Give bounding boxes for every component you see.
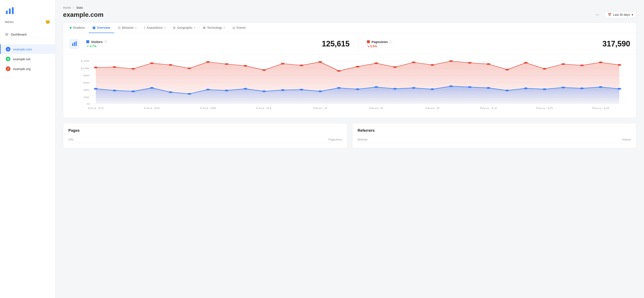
pageviews-change-value: 0.5%: [370, 44, 377, 48]
referrers-website-col: Website: [358, 138, 368, 141]
svg-text:Nov 12: Nov 12: [480, 107, 497, 109]
svg-text:12K: 12K: [80, 60, 90, 62]
svg-point-37: [393, 66, 397, 68]
svg-point-66: [374, 86, 378, 88]
logo: [0, 0, 55, 19]
sidebar-nav: ⊞ Dashboard: [0, 28, 55, 41]
svg-point-72: [486, 87, 490, 89]
svg-point-47: [580, 64, 584, 66]
pageviews-label: Pageviews: [372, 40, 388, 44]
svg-point-59: [244, 88, 247, 90]
svg-text:8K: 8K: [83, 74, 90, 77]
svg-point-57: [206, 89, 210, 90]
referrers-table-header: Website Visitors: [358, 136, 631, 143]
geographic-chevron: ▾: [194, 26, 195, 29]
svg-point-73: [505, 90, 509, 91]
svg-text:6K: 6K: [83, 81, 90, 84]
page-header-actions: ··· 📅 Last 30 days ▾: [594, 11, 636, 18]
svg-text:0: 0: [87, 103, 90, 105]
svg-point-22: [112, 66, 116, 68]
geographic-icon: ⊟: [173, 26, 176, 29]
svg-point-65: [356, 88, 360, 90]
svg-point-44: [524, 62, 528, 64]
pageviews-info-icon[interactable]: ⓘ: [390, 40, 392, 44]
more-options-button[interactable]: ···: [594, 11, 601, 18]
tab-acquisitions[interactable]: ⟩ Acquisitions ▾: [140, 23, 169, 33]
breadcrumb-separator: >: [72, 6, 74, 9]
date-range-button[interactable]: 📅 Last 30 days ▾: [604, 11, 636, 18]
sidebar-item-example-org[interactable]: ⚡ example.org: [0, 64, 55, 74]
svg-point-67: [393, 88, 397, 90]
svg-point-42: [486, 63, 490, 65]
svg-point-30: [262, 69, 266, 71]
svg-point-31: [281, 63, 285, 64]
svg-point-62: [300, 89, 303, 90]
tab-behavior[interactable]: ⊡ Behavior ▾: [114, 23, 140, 33]
visitors-arrow-up: ↗: [86, 44, 89, 48]
svg-rect-0: [6, 11, 8, 14]
svg-point-74: [524, 87, 528, 89]
pages-card: Pages URL Pageviews: [63, 123, 347, 148]
breadcrumb-current: Stats: [76, 6, 83, 9]
svg-point-38: [412, 61, 416, 63]
svg-text:4K: 4K: [83, 89, 90, 91]
svg-point-75: [543, 88, 546, 90]
svg-text:Oct 22: Oct 22: [88, 107, 104, 109]
svg-point-26: [188, 67, 191, 69]
tabs-bar: Realtime ▦ Overview ⊡ Behavior ▾ ⟩ Acqui…: [63, 23, 636, 33]
breadcrumb: Home > Stats: [63, 6, 636, 9]
stats-icon-box: [69, 39, 80, 49]
tab-overview-label: Overview: [97, 26, 110, 29]
visitors-change-value: 4.7%: [90, 44, 96, 48]
tab-technology[interactable]: ⊠ Technology ▾: [199, 23, 229, 33]
svg-point-68: [412, 87, 416, 89]
visitors-value: 125,615: [322, 39, 350, 48]
behavior-icon: ⊡: [118, 26, 120, 29]
breadcrumb-home[interactable]: Home: [63, 6, 71, 9]
svg-point-36: [374, 62, 378, 64]
svg-text:Nov 15: Nov 15: [536, 107, 553, 109]
sidebar-item-example-net[interactable]: ◎ example.net: [0, 54, 55, 64]
tab-behavior-label: Behavior: [122, 26, 134, 29]
svg-point-48: [599, 61, 602, 63]
svg-point-46: [561, 63, 565, 65]
svg-rect-4: [74, 42, 75, 46]
sidebar-item-example-com[interactable]: ● example.com: [0, 44, 55, 54]
svg-point-35: [356, 66, 360, 67]
pageviews-arrow-down: ↘: [367, 44, 370, 48]
tab-overview[interactable]: ▦ Overview: [88, 23, 114, 33]
metric-divider: [358, 37, 358, 50]
sidebar-item-dashboard[interactable]: ⊞ Dashboard: [0, 29, 55, 39]
svg-rect-3: [72, 43, 73, 46]
tab-events[interactable]: ◎ Events: [229, 23, 250, 33]
sidebar-item-dashboard-label: Dashboard: [11, 32, 26, 36]
main-chart: 12K 10K 8K 6K 4K 2K 0: [69, 59, 630, 114]
visitors-label-group: Visitors ⓘ ↗ 4.7%: [86, 40, 107, 48]
svg-point-58: [225, 90, 228, 91]
svg-text:Nov 6: Nov 6: [369, 107, 384, 109]
visitors-metric: Visitors ⓘ ↗ 4.7% 125,615: [86, 39, 350, 48]
tab-geographic[interactable]: ⊟ Geographic ▾: [169, 23, 199, 33]
bottom-cards: Pages URL Pageviews Referrers Website Vi…: [63, 123, 636, 148]
favicon-example-com: ●: [6, 47, 10, 51]
main-content-area: Home > Stats example.com ··· 📅 Last 30 d…: [55, 0, 644, 298]
sidebar-label-example-org: example.org: [13, 67, 31, 71]
svg-point-56: [188, 93, 191, 95]
pageviews-value: 317,590: [602, 39, 630, 48]
technology-icon: ⊠: [203, 26, 206, 29]
stats-card: Realtime ▦ Overview ⊡ Behavior ▾ ⟩ Acqui…: [63, 22, 636, 118]
main-scroll: Home > Stats example.com ··· 📅 Last 30 d…: [55, 0, 644, 298]
visitors-info-icon[interactable]: ⓘ: [104, 40, 107, 44]
pageviews-label-row: Pageviews ⓘ: [367, 40, 392, 44]
tab-realtime[interactable]: Realtime: [66, 23, 88, 33]
svg-point-76: [561, 87, 565, 88]
settings-icon[interactable]: 😊: [45, 19, 50, 24]
acquisitions-chevron: ▾: [164, 26, 165, 29]
pageviews-change: ↘ 0.5%: [367, 44, 392, 48]
events-icon: ◎: [232, 26, 235, 29]
svg-point-78: [599, 86, 602, 88]
visitors-label-row: Visitors ⓘ: [86, 40, 107, 44]
svg-point-53: [131, 90, 135, 92]
referrers-card: Referrers Website Visitors: [352, 123, 636, 148]
date-range-label: Last 30 days: [613, 13, 630, 16]
